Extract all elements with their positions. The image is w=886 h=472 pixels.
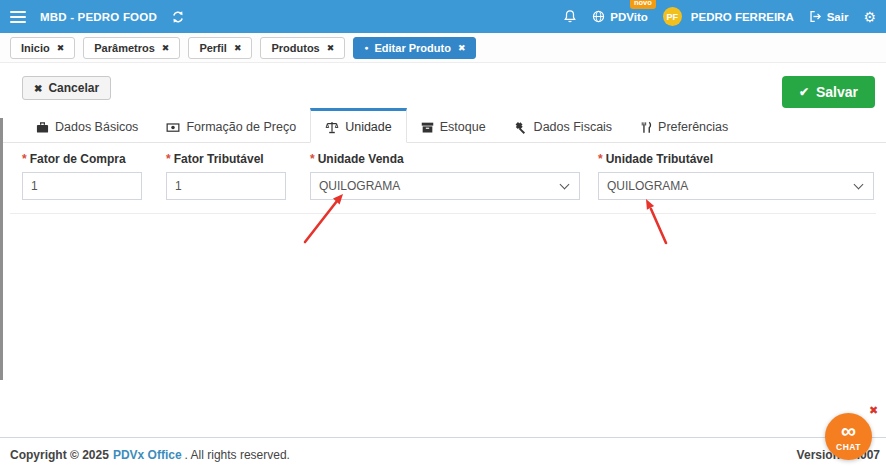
- check-icon: ✔: [799, 85, 809, 99]
- field-label: Unidade Venda: [318, 152, 404, 166]
- session-tab-label: Parâmetros: [94, 42, 155, 54]
- unidade-tributavel-select[interactable]: QUILOGRAMA: [598, 172, 874, 200]
- refresh-icon[interactable]: [171, 10, 185, 24]
- logout-label: Sair: [827, 11, 849, 23]
- session-tab-label: Editar Produto: [375, 42, 451, 54]
- unidade-form: *Fator de Compra *Fator Tributável *Unid…: [0, 143, 886, 200]
- close-icon[interactable]: ✖: [162, 43, 170, 53]
- utensils-icon: [640, 121, 652, 134]
- action-toolbar: ✖ Cancelar ✔ Salvar: [0, 63, 886, 109]
- tab-label: Estoque: [440, 120, 486, 134]
- balance-scale-icon: [325, 121, 339, 134]
- session-tab-label: Perfil: [199, 42, 227, 54]
- pdvito-menu[interactable]: novo PDVito: [592, 10, 648, 23]
- field-label: Fator Tributável: [174, 152, 264, 166]
- globe-icon: [592, 10, 605, 23]
- field-fator-tributavel: *Fator Tributável: [166, 152, 286, 200]
- tab-dados-basicos[interactable]: Dados Básicos: [22, 108, 152, 142]
- pdvito-label: PDVito: [610, 11, 648, 23]
- fator-tributavel-input[interactable]: [166, 172, 286, 200]
- active-dot-icon: ●: [364, 44, 368, 51]
- field-label: Fator de Compra: [30, 152, 126, 166]
- session-tab-parametros[interactable]: Parâmetros ✖: [83, 37, 180, 59]
- field-unidade-tributavel: *Unidade Tributável QUILOGRAMA: [598, 152, 874, 200]
- field-unidade-venda: *Unidade Venda QUILOGRAMA: [310, 152, 580, 200]
- session-tab-perfil[interactable]: Perfil ✖: [188, 37, 252, 59]
- tab-preferencias[interactable]: Preferências: [626, 108, 742, 142]
- close-icon[interactable]: ✖: [327, 43, 335, 53]
- required-asterisk: *: [598, 152, 603, 166]
- tab-unidade[interactable]: Unidade: [310, 108, 407, 143]
- cancel-label: Cancelar: [48, 81, 99, 95]
- session-tab-label: Inicio: [21, 42, 50, 54]
- avatar: PF: [663, 7, 682, 26]
- required-asterisk: *: [310, 152, 315, 166]
- required-asterisk: *: [22, 152, 27, 166]
- gavel-icon: [514, 121, 528, 134]
- pdvx-office-link[interactable]: PDVx Office: [113, 448, 182, 462]
- hamburger-menu-icon[interactable]: [10, 8, 26, 26]
- tab-formacao-de-preco[interactable]: Formação de Preço: [152, 108, 310, 142]
- sign-out-icon: [809, 10, 822, 23]
- close-icon[interactable]: ✖: [57, 43, 65, 53]
- chat-logo-icon: ∞: [841, 420, 856, 441]
- copyright-text: Copyright © 2025: [10, 448, 109, 462]
- tab-label: Dados Fiscais: [534, 120, 613, 134]
- tab-estoque[interactable]: Estoque: [407, 108, 500, 142]
- field-fator-de-compra: *Fator de Compra: [22, 152, 142, 200]
- logout-button[interactable]: Sair: [809, 10, 849, 23]
- close-icon: ✖: [34, 83, 42, 94]
- section-divider: [10, 213, 876, 214]
- save-button[interactable]: ✔ Salvar: [782, 76, 875, 108]
- save-label: Salvar: [816, 84, 858, 100]
- money-bill-icon: [166, 121, 180, 134]
- close-icon[interactable]: ✖: [458, 43, 466, 53]
- user-name: PEDRO FERREIRA: [691, 11, 794, 23]
- novo-badge: novo: [630, 0, 656, 9]
- rights-text: . All rights reserved.: [185, 448, 290, 462]
- briefcase-icon: [36, 121, 49, 134]
- unidade-venda-select[interactable]: QUILOGRAMA: [310, 172, 580, 200]
- required-asterisk: *: [166, 152, 171, 166]
- field-label: Unidade Tributável: [606, 152, 713, 166]
- left-scrollbar-thumb[interactable]: [0, 118, 3, 253]
- close-icon[interactable]: ✖: [234, 43, 242, 53]
- chat-button[interactable]: ∞ CHAT: [825, 413, 872, 460]
- app-title: MBD - PEDRO FOOD: [40, 11, 157, 23]
- tab-label: Unidade: [345, 120, 392, 134]
- gear-icon[interactable]: ⚙: [863, 10, 876, 24]
- tab-label: Preferências: [658, 120, 728, 134]
- session-tab-label: Produtos: [271, 42, 319, 54]
- user-menu[interactable]: PF PEDRO FERREIRA: [663, 7, 794, 26]
- session-tab-produtos[interactable]: Produtos ✖: [260, 37, 345, 59]
- product-tab-bar: Dados Básicos Formação de Preço: [0, 109, 886, 143]
- tab-dados-fiscais[interactable]: Dados Fiscais: [500, 108, 627, 142]
- footer: Copyright © 2025 PDVx Office . All right…: [0, 437, 886, 472]
- chat-label: CHAT: [836, 442, 861, 452]
- session-tabs-bar: Inicio ✖ Parâmetros ✖ Perfil ✖ Produtos …: [0, 33, 886, 63]
- top-navbar: MBD - PEDRO FOOD novo: [0, 0, 886, 33]
- cancel-button[interactable]: ✖ Cancelar: [22, 76, 111, 100]
- archive-box-icon: [421, 121, 434, 134]
- session-tab-editar-produto[interactable]: ● Editar Produto ✖: [353, 37, 476, 59]
- tab-label: Dados Básicos: [55, 120, 138, 134]
- fator-de-compra-input[interactable]: [22, 172, 142, 200]
- edit-product-panel: ✖ Cancelar ✔ Salvar Dados Básicos: [0, 63, 886, 437]
- tab-label: Formação de Preço: [186, 120, 296, 134]
- bell-icon[interactable]: [563, 9, 577, 24]
- session-tab-inicio[interactable]: Inicio ✖: [10, 37, 75, 59]
- left-scrollbar-thumb[interactable]: [0, 245, 3, 380]
- chat-close-icon[interactable]: ✖: [869, 404, 878, 417]
